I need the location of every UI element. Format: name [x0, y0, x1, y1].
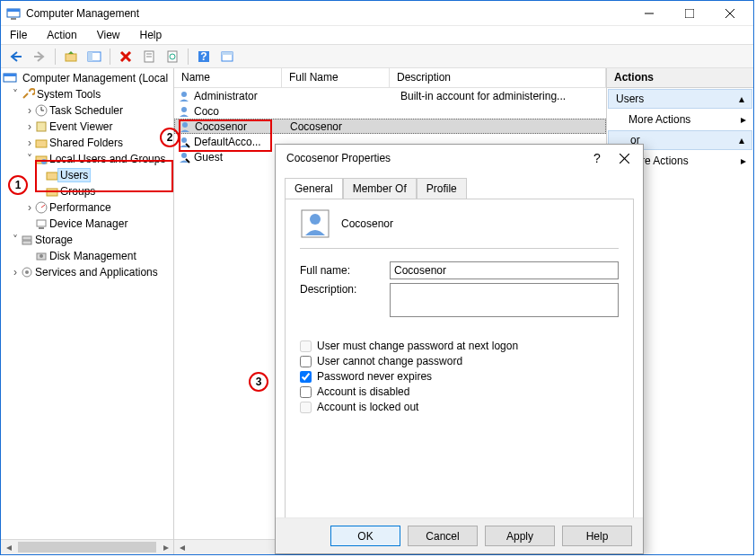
expand-icon[interactable]: ›: [24, 137, 35, 149]
dialog-titlebar: Cocosenor Properties ?: [276, 145, 643, 172]
tree-shared-folders[interactable]: ›Shared Folders: [1, 135, 173, 151]
col-description[interactable]: Description: [390, 68, 606, 87]
performance-icon: [35, 201, 48, 214]
help-button[interactable]: Help: [562, 526, 632, 546]
ok-button[interactable]: OK: [330, 526, 400, 546]
check-never-expires[interactable]: Password never expires: [300, 370, 619, 383]
fullname-input[interactable]: [390, 261, 619, 279]
scroll-left-icon[interactable]: ◂: [174, 540, 189, 554]
collapse-icon[interactable]: ˅: [10, 88, 21, 101]
actions-more-1[interactable]: More Actions▸: [607, 110, 753, 129]
tree-task-scheduler[interactable]: ›Task Scheduler: [1, 102, 173, 119]
user-row-selected[interactable]: Cocosenor Cocosenor: [174, 119, 606, 134]
tree-performance[interactable]: ›Performance: [1, 199, 173, 216]
folder-icon: [46, 169, 58, 181]
delete-button[interactable]: [116, 47, 136, 66]
scroll-left-icon[interactable]: ◂: [1, 540, 16, 554]
svg-point-45: [181, 137, 187, 143]
tab-page-general: Cocosenor Full name: Description: User m…: [285, 199, 634, 522]
window-title: Computer Management: [26, 7, 629, 20]
menu-file[interactable]: File: [6, 28, 31, 42]
menu-view[interactable]: View: [93, 28, 124, 42]
svg-rect-27: [36, 140, 47, 147]
checkbox-must-change: [300, 340, 312, 352]
maximize-button[interactable]: [670, 4, 709, 23]
svg-text:?: ?: [200, 50, 207, 63]
extra-button[interactable]: [217, 47, 237, 66]
check-disabled[interactable]: Account is disabled: [300, 385, 619, 398]
tree-system-tools[interactable]: ˅System Tools: [1, 86, 173, 102]
refresh-button[interactable]: [163, 47, 182, 66]
minimize-button[interactable]: [629, 4, 669, 23]
dialog-username: Cocosenor: [341, 217, 393, 230]
svg-rect-1: [7, 9, 20, 12]
close-button[interactable]: [710, 4, 750, 23]
tab-general[interactable]: General: [285, 178, 343, 199]
check-cannot-change[interactable]: User cannot change password: [300, 355, 619, 367]
up-button[interactable]: [61, 47, 81, 66]
checkbox-never-expires[interactable]: [300, 371, 312, 383]
col-name[interactable]: Name: [174, 68, 282, 87]
scroll-right-icon[interactable]: ▸: [158, 540, 173, 554]
show-hide-button[interactable]: [84, 47, 104, 66]
tree-users[interactable]: Users: [1, 167, 173, 183]
checkbox-disabled[interactable]: [300, 386, 312, 398]
app-icon: [6, 6, 21, 21]
tab-profile[interactable]: Profile: [417, 178, 467, 199]
help-button[interactable]: ?: [194, 47, 214, 66]
back-button[interactable]: [6, 47, 26, 66]
actions-section-users[interactable]: Users▴: [608, 89, 752, 109]
check-locked-out: Account is locked out: [300, 401, 619, 413]
apply-button[interactable]: Apply: [485, 526, 555, 546]
scroll-thumb[interactable]: [18, 542, 156, 553]
app-icon: [3, 71, 17, 85]
forward-button[interactable]: [30, 47, 49, 66]
tree-root[interactable]: Computer Management (Local: [1, 70, 173, 86]
tree-disk-management[interactable]: Disk Management: [1, 248, 173, 264]
svg-point-43: [181, 107, 187, 112]
user-row[interactable]: Coco: [174, 103, 606, 119]
expand-icon[interactable]: ›: [10, 266, 21, 278]
properties-button[interactable]: [139, 47, 159, 66]
svg-rect-22: [4, 74, 16, 76]
description-row: Description:: [300, 283, 619, 317]
dialog-close-button[interactable]: [611, 147, 637, 169]
user-disabled-icon: [178, 136, 190, 148]
tree-event-viewer[interactable]: ›Event Viewer: [1, 119, 173, 135]
collapse-icon[interactable]: ˅: [10, 234, 21, 246]
description-label: Description:: [300, 283, 390, 296]
svg-rect-34: [37, 220, 46, 226]
tree-scrollbar[interactable]: ◂ ▸: [1, 539, 173, 554]
toolbar-separator: [110, 49, 110, 65]
fullname-row: Full name:: [300, 261, 619, 279]
expand-icon[interactable]: ›: [24, 201, 35, 214]
svg-point-39: [40, 254, 43, 258]
svg-rect-20: [222, 52, 233, 55]
menu-action[interactable]: Action: [43, 28, 80, 42]
tree-storage[interactable]: ˅Storage: [1, 232, 173, 248]
expand-icon[interactable]: ›: [24, 120, 35, 133]
col-fullname[interactable]: Full Name: [282, 68, 390, 87]
tree-services-apps[interactable]: ›Services and Applications: [1, 264, 173, 280]
clock-icon: [35, 104, 48, 117]
svg-point-29: [41, 159, 47, 164]
tree-groups[interactable]: Groups: [1, 183, 173, 199]
tree-device-manager[interactable]: Device Manager: [1, 216, 173, 232]
description-input[interactable]: [390, 283, 619, 317]
tree-local-users-groups[interactable]: ˅Local Users and Groups: [1, 151, 173, 167]
collapse-icon[interactable]: ˅: [24, 153, 35, 165]
tools-icon: [21, 88, 35, 101]
checkbox-cannot-change[interactable]: [300, 356, 312, 367]
menu-help[interactable]: Help: [136, 28, 166, 42]
dialog-help-button[interactable]: ?: [584, 147, 611, 169]
svg-rect-37: [22, 241, 31, 244]
svg-rect-7: [66, 54, 76, 61]
dialog-title: Cocosenor Properties: [281, 152, 584, 164]
user-row[interactable]: Administrator Built-in account for admin…: [174, 88, 606, 103]
cancel-button[interactable]: Cancel: [408, 526, 478, 546]
toolbar-separator: [188, 49, 189, 65]
tab-member-of[interactable]: Member Of: [343, 178, 417, 199]
expand-icon[interactable]: ›: [24, 104, 35, 117]
check-must-change: User must change password at next logon: [300, 340, 619, 352]
svg-point-42: [181, 92, 187, 97]
